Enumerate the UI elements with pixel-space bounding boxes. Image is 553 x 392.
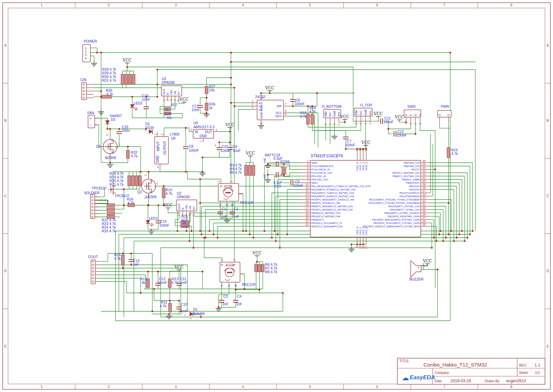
schematic-text[interactable]: 3: [252, 106, 253, 109]
schematic-text[interactable]: 2: [166, 99, 169, 101]
vcc-label[interactable]: VCC: [373, 111, 383, 116]
schematic-text[interactable]: 4: [324, 124, 327, 125]
schematic-text[interactable]: 100nF: [295, 102, 305, 106]
capacitor[interactable]: [183, 147, 188, 149]
vcc-symbol[interactable]: VCC: [361, 140, 370, 147]
resistor[interactable]: [132, 74, 135, 84]
schematic-text[interactable]: SWD: [407, 104, 416, 108]
schematic-text[interactable]: D: [111, 138, 113, 141]
schematic-text[interactable]: 2: [186, 310, 189, 312]
schematic-text[interactable]: WP: [277, 104, 282, 108]
schematic-text[interactable]: G: [418, 114, 422, 116]
schematic-text[interactable]: C19: [274, 184, 281, 188]
schematic-text[interactable]: R27: [171, 103, 177, 107]
schematic-text[interactable]: B: [231, 204, 234, 206]
stm32-chip[interactable]: STM32F103CBT61VBAT2PC13-TAMPER-RTC3PC14-…: [301, 148, 430, 249]
schematic-text[interactable]: 4.7k: [128, 201, 135, 205]
vcc-symbol[interactable]: VCC: [122, 58, 132, 65]
ground-symbol[interactable]: [348, 247, 354, 252]
schematic-text[interactable]: 10uF: [233, 149, 241, 153]
resistor[interactable]: [127, 150, 130, 158]
resistor[interactable]: [252, 165, 255, 175]
vcc-symbol[interactable]: VCC: [225, 123, 234, 129]
vcc-label[interactable]: VCC: [245, 151, 255, 156]
schematic-text[interactable]: 4: [354, 123, 358, 125]
schematic-text[interactable]: U5: [193, 121, 198, 125]
capacitor[interactable]: [144, 107, 149, 109]
schematic-text[interactable]: 10mF: [158, 281, 167, 285]
led[interactable]: [130, 104, 138, 110]
resistor[interactable]: [128, 176, 131, 186]
schematic-text[interactable]: R31 4.7k: [102, 78, 116, 82]
capacitor[interactable]: [116, 132, 122, 134]
schematic-text[interactable]: COUT: [88, 255, 98, 259]
schematic-text[interactable]: INPUT: [156, 141, 160, 151]
schematic-text[interactable]: 4k: [142, 281, 146, 285]
schematic-text[interactable]: POWER: [84, 39, 97, 43]
schematic-text[interactable]: PWR: [441, 104, 449, 108]
resistor[interactable]: [132, 176, 135, 186]
schematic-text[interactable]: D3: [111, 117, 115, 122]
schematic-text[interactable]: 1: [220, 259, 224, 261]
resistor[interactable]: [205, 103, 208, 110]
schematic-text[interactable]: R8 4.7k: [265, 270, 278, 274]
schematic-text[interactable]: 100nF: [189, 148, 199, 152]
schematic-text[interactable]: L7805: [170, 132, 179, 136]
schematic-text[interactable]: G: [438, 114, 441, 116]
capacitor[interactable]: [276, 172, 278, 177]
schematic-text[interactable]: 2: [233, 259, 236, 261]
schematic-text[interactable]: Q2: [137, 190, 142, 194]
schematic-text[interactable]: Q1: [96, 144, 101, 148]
vcc-label[interactable]: VCC: [163, 203, 172, 208]
schematic-text[interactable]: 2: [422, 266, 424, 269]
schematic-text[interactable]: C20: [222, 145, 228, 149]
schematic-text[interactable]: 1k: [165, 108, 169, 111]
schematic-text[interactable]: TPC8107: [92, 186, 107, 190]
schematic-text[interactable]: 1: [280, 166, 283, 168]
schematic-text[interactable]: SS34: [145, 126, 154, 130]
vcc-symbol[interactable]: VCC: [245, 151, 255, 158]
schematic-text[interactable]: OUT: [177, 204, 181, 210]
schematic-text[interactable]: +VE: [263, 158, 266, 164]
diode[interactable]: [190, 312, 193, 316]
schematic-text[interactable]: 5: [177, 99, 180, 101]
battery[interactable]: [265, 165, 271, 167]
resistor[interactable]: [245, 165, 248, 175]
schematic-text[interactable]: 1: [337, 124, 340, 125]
vcc-label[interactable]: VCC: [394, 115, 404, 120]
schematic-text[interactable]: 100nF: [345, 143, 355, 147]
schematic-text[interactable]: D: [150, 179, 152, 182]
vcc-label[interactable]: VCC: [179, 97, 188, 102]
schematic-text[interactable]: 3: [189, 318, 192, 319]
schematic-text[interactable]: SDA: [275, 114, 282, 118]
vcc-label[interactable]: VCC: [265, 86, 274, 90]
schematic-text[interactable]: C10: [181, 302, 187, 306]
schematic-text[interactable]: 2: [409, 123, 412, 125]
schematic-text[interactable]: 3: [414, 123, 417, 125]
schottky-diode[interactable]: [149, 130, 153, 134]
schematic-text[interactable]: 1: [217, 181, 220, 182]
schematic-text[interactable]: 1nF: [133, 262, 139, 266]
schematic-text[interactable]: A: [220, 285, 223, 287]
vcc-label[interactable]: VCC: [252, 251, 261, 255]
resistor[interactable]: [168, 279, 171, 288]
schematic-text[interactable]: G: [154, 185, 156, 188]
vcc-symbol[interactable]: VCC: [265, 86, 274, 92]
schematic-text[interactable]: 3: [144, 174, 147, 176]
schematic-text[interactable]: O_TOP: [360, 103, 372, 107]
vcc-symbol[interactable]: VCC: [163, 203, 172, 210]
schematic-text[interactable]: V-: [181, 207, 184, 210]
schematic-text[interactable]: V: [404, 114, 408, 116]
schematic-text[interactable]: +: [418, 265, 420, 269]
schematic-text[interactable]: 2: [230, 181, 233, 182]
resistor[interactable]: [107, 204, 115, 207]
schematic-text[interactable]: C8: [189, 144, 193, 148]
schematic-text[interactable]: 1k: [183, 221, 186, 224]
schematic-text[interactable]: 1mF: [180, 281, 187, 285]
schematic-text[interactable]: 6: [285, 109, 287, 112]
schematic-text[interactable]: C1: [222, 207, 226, 211]
resistor[interactable]: [447, 148, 450, 158]
schematic-text[interactable]: C2: [234, 207, 238, 211]
vcc-label[interactable]: VCC: [174, 265, 183, 269]
schematic-text[interactable]: 7: [285, 102, 287, 106]
